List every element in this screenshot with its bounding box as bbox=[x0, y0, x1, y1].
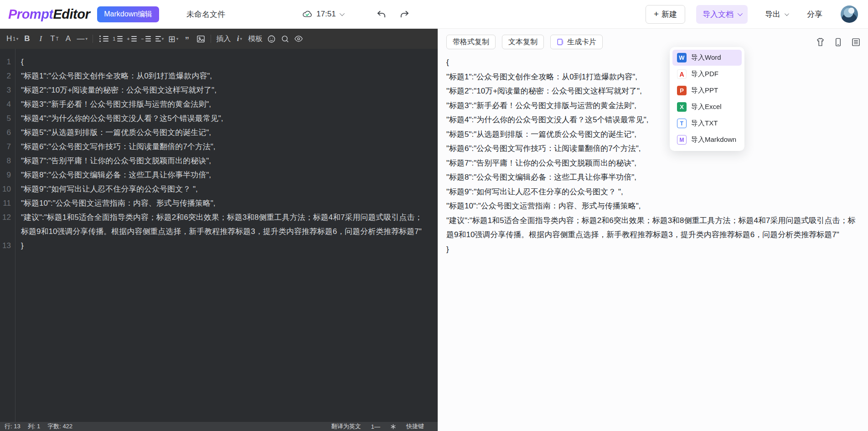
bullet-list-button[interactable] bbox=[96, 32, 110, 46]
code-editor[interactable]: 1 { 2 "标题1":"公众号图文创作全攻略：从0到1打造爆款内容", 3 "… bbox=[0, 49, 438, 422]
line-number: 1 bbox=[0, 55, 13, 69]
heading-button[interactable]: H1▾ bbox=[5, 32, 20, 46]
editor-line[interactable]: 7 "标题6":"公众号图文写作技巧：让阅读量翻倍的7个方法", bbox=[0, 140, 438, 154]
editor-line[interactable]: 1 { bbox=[0, 55, 438, 69]
outdent-list-button[interactable]: − bbox=[139, 32, 153, 46]
preview-line: "标题1":"公众号图文创作全攻略：从0到1打造爆款内容", bbox=[446, 70, 862, 84]
preview-line: "标题9":"如何写出让人忍不住分享的公众号图文？ ", bbox=[446, 185, 862, 199]
scale-indicator[interactable]: 1— bbox=[371, 423, 380, 430]
preview-line: "标题5":"从选题到排版：一篇优质公众号图文的诞生记", bbox=[446, 127, 862, 142]
status-column: 列: 1 bbox=[28, 422, 40, 431]
list-lines-icon bbox=[131, 36, 137, 42]
logo-part-prompt: Prompt bbox=[8, 7, 53, 21]
logo-part-editor: Editor bbox=[53, 7, 90, 21]
sync-status[interactable]: 17:51 bbox=[302, 9, 343, 20]
app-logo: PromptEditor bbox=[8, 7, 90, 22]
image-button[interactable] bbox=[194, 32, 207, 46]
editor-line[interactable]: 3 "标题2":"10万+阅读量的秘密：公众号图文这样写就对了", bbox=[0, 83, 438, 97]
preview-toggle-button[interactable] bbox=[292, 32, 305, 46]
template-button[interactable]: 模板 bbox=[246, 32, 264, 46]
import-doc-label: 导入文档 bbox=[703, 9, 734, 20]
preview-line: "建议":"标题1和5适合全面指导类内容；标题2和6突出效果；标题3和8侧重工具… bbox=[446, 213, 862, 242]
top-bar: PromptEditor Markdown编辑 未命名文件 17:51 + 新建… bbox=[0, 0, 868, 29]
chevron-down-icon[interactable] bbox=[339, 11, 344, 16]
editor-line[interactable]: 13 } bbox=[0, 239, 438, 253]
editor-status-bar: 行: 13 列: 1 字数: 422 翻译为英文 1— 快捷键 bbox=[0, 422, 438, 431]
preview-line: "标题3":"新手必看！公众号图文排版与运营的黄金法则", bbox=[446, 99, 862, 113]
copy-rich-button[interactable]: 带格式复制 bbox=[446, 35, 496, 49]
table-button[interactable]: ⊞▾ bbox=[166, 32, 180, 46]
emoji-icon bbox=[267, 35, 276, 43]
preview-content: {"标题1":"公众号图文创作全攻略：从0到1打造爆款内容","标题2":"10… bbox=[438, 51, 868, 256]
plus-icon: + bbox=[654, 11, 659, 17]
horizontal-rule-button[interactable]: —▾ bbox=[75, 32, 89, 46]
insert-button[interactable]: 插入 bbox=[214, 32, 232, 46]
import-menu-item[interactable]: A 导入PDF bbox=[672, 66, 742, 82]
align-button[interactable]: ▾ bbox=[153, 32, 166, 46]
user-avatar[interactable] bbox=[841, 5, 858, 23]
asterisk-icon bbox=[390, 424, 396, 430]
line-number: 2 bbox=[0, 69, 13, 83]
preview-line: "标题8":"公众号图文编辑必备：这些工具让你事半功倍", bbox=[446, 170, 862, 185]
editor-line[interactable]: 4 "标题3":"新手必看！公众号图文排版与运营的黄金法则", bbox=[0, 97, 438, 111]
import-menu-item[interactable]: M 导入Markdown bbox=[672, 132, 742, 148]
search-button[interactable] bbox=[278, 32, 292, 46]
editor-line[interactable]: 6 "标题5":"从选题到排版：一篇优质公众号图文的诞生记", bbox=[0, 125, 438, 140]
sync-time: 17:51 bbox=[316, 10, 336, 19]
quote-button[interactable]: ” bbox=[180, 32, 194, 46]
import-menu-item-label: 导入PDF bbox=[691, 70, 718, 78]
shortcuts-button[interactable]: 快捷键 bbox=[406, 422, 424, 431]
line-text: "标题10":"公众号图文运营指南：内容、形式与传播策略", bbox=[13, 196, 438, 210]
text-style-button[interactable]: TT bbox=[47, 32, 61, 46]
line-text: "标题7":"告别平庸！让你的公众号图文脱颖而出的秘诀", bbox=[13, 154, 438, 168]
share-button[interactable]: 分享 bbox=[807, 9, 822, 20]
editor-line[interactable]: 8 "标题7":"告别平庸！让你的公众号图文脱颖而出的秘诀", bbox=[0, 154, 438, 168]
mobile-preview-icon[interactable] bbox=[833, 37, 843, 47]
line-number: 3 bbox=[0, 83, 13, 97]
ordered-list-button[interactable]: 1 bbox=[110, 32, 124, 46]
align-lines-icon bbox=[155, 36, 161, 42]
emoji-button[interactable] bbox=[264, 32, 278, 46]
generate-card-button[interactable]: 生成卡片 bbox=[550, 35, 603, 49]
outline-list-icon[interactable] bbox=[851, 37, 861, 47]
editor-line[interactable]: 9 "标题8":"公众号图文编辑必备：这些工具让你事半功倍", bbox=[0, 168, 438, 182]
caret-down-icon: ▾ bbox=[162, 36, 164, 41]
preview-line: "标题6":"公众号图文写作技巧：让阅读量翻倍的7个方法", bbox=[446, 141, 862, 156]
import-menu-item[interactable]: T 导入TXT bbox=[672, 115, 742, 131]
font-color-button[interactable]: A bbox=[61, 32, 75, 46]
italic-button[interactable]: I bbox=[34, 32, 47, 46]
export-button[interactable]: 导出 bbox=[765, 9, 788, 20]
import-doc-button[interactable]: 导入文档 bbox=[696, 5, 748, 24]
bold-button[interactable]: B bbox=[20, 32, 34, 46]
line-text: "标题9":"如何写出让人忍不住分享的公众号图文？ ", bbox=[13, 182, 438, 196]
editor-line[interactable]: 5 "标题4":"为什么你的公众号图文没人看？这5个错误最常见", bbox=[0, 111, 438, 125]
asterisk-icon[interactable] bbox=[390, 424, 396, 430]
redo-icon[interactable] bbox=[399, 9, 410, 20]
new-doc-button[interactable]: + 新建 bbox=[646, 5, 685, 24]
editor-line[interactable]: 12 "建议":"标题1和5适合全面指导类内容；标题2和6突出效果；标题3和8侧… bbox=[0, 210, 438, 239]
editor-line[interactable]: 10 "标题9":"如何写出让人忍不住分享的公众号图文？ ", bbox=[0, 182, 438, 196]
copy-plain-button[interactable]: 文本复制 bbox=[502, 35, 544, 49]
task-list-button[interactable]: + bbox=[124, 32, 139, 46]
import-menu-item[interactable]: X 导入Excel bbox=[672, 99, 742, 115]
line-text: "标题6":"公众号图文写作技巧：让阅读量翻倍的7个方法", bbox=[13, 140, 438, 154]
editor-line[interactable]: 2 "标题1":"公众号图文创作全攻略：从0到1打造爆款内容", bbox=[0, 69, 438, 83]
editor-line[interactable]: 11 "标题10":"公众号图文运营指南：内容、形式与传播策略", bbox=[0, 196, 438, 210]
line-text: "标题5":"从选题到排版：一篇优质公众号图文的诞生记", bbox=[13, 125, 438, 140]
preview-line: "标题2":"10万+阅读量的秘密：公众号图文这样写就对了", bbox=[446, 84, 862, 99]
more-button[interactable]: i▾ bbox=[232, 32, 246, 46]
theme-tshirt-icon[interactable] bbox=[816, 37, 825, 47]
toolbar-separator bbox=[93, 35, 93, 43]
translate-button[interactable]: 翻译为英文 bbox=[331, 422, 361, 431]
import-menu-item-label: 导入Markdown bbox=[691, 135, 736, 144]
line-text: { bbox=[13, 55, 438, 69]
import-menu-item[interactable]: P 导入PPT bbox=[672, 83, 742, 99]
preview-line: } bbox=[446, 242, 862, 257]
file-name[interactable]: 未命名文件 bbox=[186, 9, 225, 20]
line-text: "标题2":"10万+阅读量的秘密：公众号图文这样写就对了", bbox=[13, 83, 438, 97]
undo-icon[interactable] bbox=[376, 9, 387, 20]
line-text: "标题3":"新手必看！公众号图文排版与运营的黄金法则", bbox=[13, 97, 438, 111]
file-type-icon: M bbox=[677, 135, 687, 145]
chevron-down-icon bbox=[738, 11, 743, 16]
import-menu-item[interactable]: W 导入Word bbox=[672, 50, 742, 66]
